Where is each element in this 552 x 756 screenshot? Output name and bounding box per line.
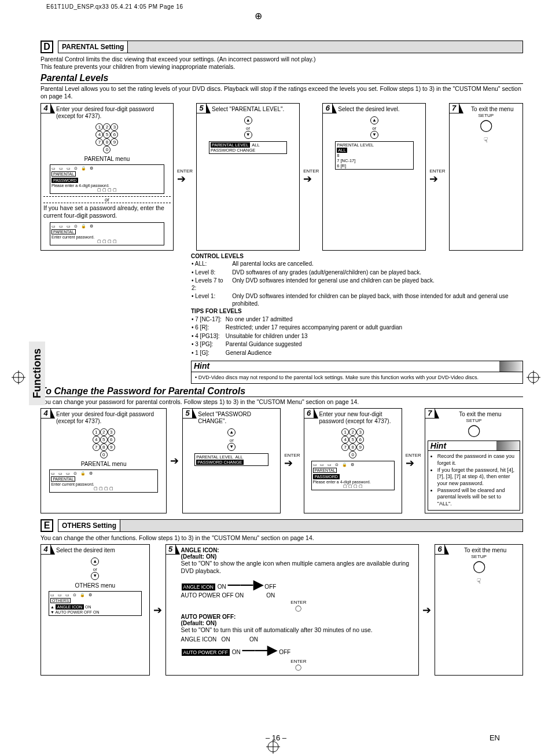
section-title-e: OTHERS Setting: [58, 520, 120, 531]
parental-menu-graphic: ▭ ▭ ▭ ⊙ 🔒 ⚙ PARENTAL Enter current passw…: [49, 469, 157, 493]
step7-text: To exit the menu: [465, 106, 520, 113]
updown-or-icon: ▲or▼: [43, 557, 147, 580]
arrow-icon: ENTER➔: [303, 169, 319, 184]
step-number: 7: [449, 103, 459, 113]
pw-step5-text: Select "PASSWORD CHANGE".: [198, 411, 278, 425]
angle-icon-head: ANGLE ICON:: [181, 547, 219, 553]
hand-press-icon: ◯☟: [452, 118, 520, 145]
osd-menu-step5: PARENTAL LEVEL ALL PASSWORD CHANGE: [209, 141, 287, 154]
step-number: 7: [425, 408, 435, 419]
updown-or-icon: ▲or▼: [199, 116, 297, 139]
setup-label: SETUP: [437, 554, 520, 559]
updown-or-icon: ▲or▼: [185, 428, 278, 451]
auto-head: AUTO POWER OFF:: [181, 614, 236, 620]
step5-text: Select "PARENTAL LEVEL".: [212, 106, 297, 113]
control-levels-block: CONTROL LEVELS • ALL:All parental locks …: [191, 253, 523, 384]
registration-marks: ⊕: [0, 10, 552, 22]
step-number: 6: [304, 408, 314, 419]
angle-body: Set to "ON" to show the angle icon when …: [181, 560, 417, 575]
default-on: (Default: ON): [181, 553, 217, 560]
angle-options-diagram: ANGLE ICON ON ——▶ OFF AUTO POWER OFF ON …: [181, 577, 417, 611]
step-number: 4: [41, 103, 51, 113]
password-change-head: To Change the Password for Parental Cont…: [41, 386, 523, 397]
arrow-icon: ENTER➔: [177, 169, 193, 184]
auto-body: Set to "ON" to turn this unit off automa…: [181, 626, 417, 634]
parental-levels-intro: Parental Level allows you to set the rat…: [41, 85, 523, 100]
step-number: 6: [322, 103, 333, 113]
step4-text: Enter your desired four-digit password (…: [56, 106, 171, 120]
parental-menu-graphic: ▭ ▭ ▭ ⊙ 🔒 ⚙ PARENTAL PASSWORD Please ent…: [50, 164, 164, 194]
section-letter-e: E: [41, 519, 53, 532]
keypad-icon: 123 456 789 0: [307, 428, 399, 458]
step-number: 4: [41, 408, 51, 419]
others-menu-graphic: ▭ ▭ ▭ ⊙ 🔒 ⚙ OTHERS ▲ ANGLE ICON ON ▼ AUT…: [49, 591, 142, 616]
sectiond-intro1: Parental Control limits the disc viewing…: [41, 56, 523, 63]
already-password-note: If you have set a password already, ente…: [43, 204, 171, 219]
pw-step7-text: To exit the menu: [440, 411, 520, 418]
keypad-icon: 123 456 789 0: [43, 123, 171, 153]
hint-body: • DVD-Video discs may not respond to the…: [192, 372, 522, 384]
parental-menu-label: PARENTAL menu: [43, 461, 164, 467]
osd-menu-pw5: PARENTAL LEVEL ALL PASSWORD CHANGE: [194, 453, 268, 466]
sectione-intro: You can change the other functions. Foll…: [41, 534, 523, 542]
parental-menu-label: PARENTAL menu: [43, 156, 171, 162]
arrow-icon: ENTER➔: [406, 453, 421, 468]
lang-code: EN: [490, 733, 500, 742]
section-title-d: PARENTAL Setting: [58, 41, 128, 53]
parental-menu-graphic-2: ▭ ▭ ▭ ⊙ 🔒 ⚙ PARENTAL Enter current passw…: [50, 222, 164, 245]
step-number: 4: [41, 544, 51, 555]
keypad-icon: 123 456 789 0: [43, 428, 164, 458]
section-letter-d: D: [41, 41, 53, 53]
arrow-icon: ➔: [422, 605, 431, 615]
arrow-icon: ➔: [170, 456, 179, 466]
osd-menu-step6: PARENTAL LEVEL ALL 8 7 [NC-17] 6 [R]: [335, 141, 413, 170]
parental-menu-graphic: ▭ ▭ ▭ ⊙ 🔒 ⚙ PARENTAL PASSWORD Please ent…: [311, 461, 395, 490]
arrow-icon: ➔: [153, 605, 162, 615]
hand-press-icon: ◯: [428, 423, 520, 437]
e-step6-text: To exit the menu: [450, 547, 520, 554]
registration-mark-bottom: [266, 740, 280, 754]
arrow-icon: ENTER➔: [429, 169, 445, 184]
registration-mark-right: [527, 370, 540, 384]
step6-text: Select the desired level.: [338, 106, 423, 113]
step-number: 5: [165, 544, 176, 555]
setup-label: SETUP: [428, 418, 520, 423]
step-number: 6: [435, 544, 445, 555]
print-slug: E61T1UD_ENSP.qx33 05.4.21 4:05 PM Page 1…: [46, 3, 183, 10]
auto-options-diagram: ANGLE ICON ON ON AUTO POWER OFF ON ——▶ O…: [181, 636, 417, 670]
hint-body: Record the password in case you forget i…: [428, 451, 520, 510]
pw-step6-text: Enter your new four-digit password (exce…: [319, 411, 399, 425]
updown-or-icon: ▲or▼: [325, 116, 423, 139]
others-menu-label: OTHERS menu: [43, 582, 147, 589]
hint-head: Hint: [192, 361, 522, 372]
pw-step4-text: Enter your desired four-digit password (…: [56, 411, 164, 425]
setup-label: SETUP: [452, 113, 520, 118]
arrow-icon: ENTER➔: [284, 453, 300, 468]
or-separator: or: [43, 196, 171, 204]
parental-levels-head: Parental Levels: [41, 73, 523, 84]
hint-head: Hint: [428, 441, 520, 451]
side-tab-functions: Functions: [29, 342, 45, 405]
default-on: (Default: ON): [181, 620, 217, 626]
hand-press-icon: ◯☟: [437, 559, 520, 586]
sectiond-intro2: This feature prevents your children from…: [41, 63, 523, 71]
e-step4-text: Select the desired item: [56, 547, 147, 554]
step-number: 5: [196, 103, 207, 113]
password-change-intro: You can change your password for parenta…: [41, 398, 523, 406]
step-number: 5: [182, 408, 193, 419]
registration-mark-left: [12, 370, 25, 384]
